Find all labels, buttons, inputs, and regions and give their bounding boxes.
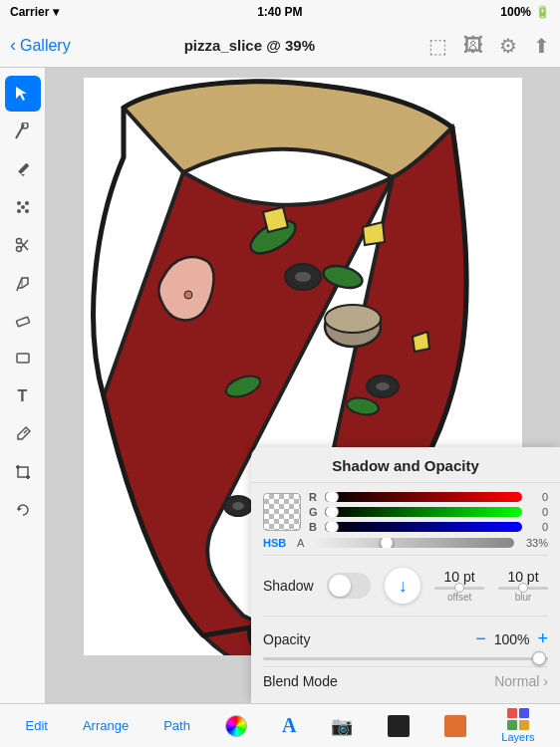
shadow-offset-label: offset bbox=[447, 592, 471, 603]
shadow-blur-label: blur bbox=[515, 592, 532, 603]
tool-text[interactable]: T bbox=[5, 378, 41, 414]
tool-transform[interactable] bbox=[5, 189, 41, 225]
b-thumb[interactable] bbox=[325, 522, 339, 532]
shadow-offset-group: 10 pt offset bbox=[434, 569, 484, 603]
tool-crop[interactable] bbox=[5, 454, 41, 490]
shadow-opacity-panel: Shadow and Opacity R 0 bbox=[251, 447, 560, 703]
shadow-blur-thumb[interactable] bbox=[518, 583, 528, 593]
opacity-controls: − 100% + bbox=[475, 628, 548, 649]
b-value: 0 bbox=[528, 521, 548, 533]
path-label: Path bbox=[163, 718, 190, 733]
opacity-slider-thumb[interactable] bbox=[532, 651, 546, 665]
svg-point-38 bbox=[232, 502, 244, 510]
b-label: B bbox=[309, 521, 319, 533]
edit-button[interactable]: Edit bbox=[26, 718, 48, 733]
main-area: T bbox=[0, 68, 560, 703]
svg-marker-0 bbox=[16, 87, 27, 101]
a-value: 33% bbox=[520, 537, 548, 549]
camera-button[interactable]: 📷 bbox=[331, 715, 353, 737]
blend-mode-label: Blend Mode bbox=[263, 673, 338, 689]
a-slider[interactable] bbox=[313, 538, 514, 548]
shadow-direction[interactable]: ↓ bbox=[385, 568, 420, 604]
tool-arrow[interactable] bbox=[5, 76, 41, 112]
svg-point-30 bbox=[325, 305, 381, 333]
settings-icon[interactable]: ⚙ bbox=[499, 34, 517, 58]
g-thumb[interactable] bbox=[325, 507, 339, 517]
shadow-blur-group: 10 pt blur bbox=[498, 569, 548, 603]
g-label: G bbox=[309, 506, 319, 518]
text-style-icon: A bbox=[282, 714, 296, 737]
color-preview[interactable] bbox=[263, 493, 301, 531]
r-thumb[interactable] bbox=[325, 492, 339, 502]
text-style-button[interactable]: A bbox=[282, 714, 296, 737]
opacity-slider[interactable] bbox=[263, 657, 548, 660]
opacity-value: 100% bbox=[494, 631, 530, 647]
edit-label: Edit bbox=[26, 718, 48, 733]
layers-grid-icon bbox=[507, 708, 529, 730]
svg-point-9 bbox=[21, 205, 25, 209]
path-button[interactable]: Path bbox=[163, 718, 190, 733]
wifi-icon: ▾ bbox=[53, 5, 59, 19]
shadow-row: Shadow ↓ 10 pt offset 10 pt bbox=[263, 562, 548, 610]
svg-marker-42 bbox=[263, 207, 288, 232]
tool-pen[interactable] bbox=[5, 265, 41, 301]
arrange-button[interactable]: Arrange bbox=[83, 718, 129, 733]
shadow-offset-slider[interactable] bbox=[434, 587, 484, 590]
opacity-slider-row bbox=[263, 655, 548, 666]
svg-point-36 bbox=[376, 382, 390, 390]
opacity-minus-button[interactable]: − bbox=[475, 628, 486, 649]
bottom-toolbar: Edit Arrange Path A 📷 Layers bbox=[0, 703, 560, 747]
tool-magic-wand[interactable] bbox=[5, 114, 41, 149]
tool-rect[interactable] bbox=[5, 341, 41, 376]
share-icon[interactable]: ⬆ bbox=[533, 34, 550, 58]
color-section: R 0 G 0 bbox=[263, 491, 548, 533]
g-slider[interactable] bbox=[325, 507, 522, 517]
color-picker-button[interactable] bbox=[225, 715, 247, 737]
frame-icon[interactable]: ⬚ bbox=[428, 34, 447, 58]
divider-1 bbox=[263, 555, 548, 556]
tool-rotate[interactable] bbox=[5, 492, 41, 528]
image-icon[interactable]: 🖼 bbox=[463, 34, 483, 57]
slider-row-g: G 0 bbox=[309, 506, 548, 518]
svg-line-15 bbox=[17, 288, 18, 291]
svg-point-5 bbox=[17, 201, 21, 205]
r-slider[interactable] bbox=[325, 492, 522, 502]
battery-label: 100% bbox=[500, 5, 531, 19]
a-thumb[interactable] bbox=[380, 538, 394, 548]
fill-black-button[interactable] bbox=[388, 715, 410, 737]
panel-body: R 0 G 0 bbox=[251, 483, 560, 703]
tool-pencil[interactable] bbox=[5, 151, 41, 187]
svg-point-34 bbox=[295, 272, 311, 282]
color-wheel-icon bbox=[225, 715, 247, 737]
fill-orange-button[interactable] bbox=[444, 715, 466, 737]
layers-button[interactable]: Layers bbox=[501, 708, 534, 743]
tool-eraser[interactable] bbox=[5, 303, 41, 339]
shadow-blur-slider[interactable] bbox=[498, 587, 548, 590]
left-toolbar: T bbox=[0, 68, 46, 703]
svg-point-6 bbox=[25, 201, 29, 205]
shadow-toggle[interactable] bbox=[327, 573, 371, 599]
tool-eyedropper[interactable] bbox=[5, 416, 41, 452]
shadow-label: Shadow bbox=[263, 578, 314, 594]
svg-point-7 bbox=[17, 209, 21, 213]
fill-orange-icon bbox=[444, 715, 466, 737]
blend-mode-chevron-icon: › bbox=[543, 673, 548, 689]
a-label: A bbox=[297, 537, 307, 549]
time-label: 1:40 PM bbox=[257, 5, 302, 19]
blend-mode-text: Normal bbox=[494, 673, 539, 689]
opacity-plus-button[interactable]: + bbox=[537, 628, 548, 649]
back-button[interactable]: ‹ Gallery bbox=[10, 35, 71, 56]
b-slider[interactable] bbox=[325, 522, 522, 532]
slider-row-r: R 0 bbox=[309, 491, 548, 503]
canvas-area[interactable]: Shadow and Opacity R 0 bbox=[46, 68, 560, 703]
tool-scissors[interactable] bbox=[5, 227, 41, 263]
back-chevron-icon: ‹ bbox=[10, 35, 16, 56]
g-value: 0 bbox=[528, 506, 548, 518]
svg-rect-17 bbox=[17, 354, 29, 363]
svg-point-8 bbox=[25, 209, 29, 213]
opacity-label: Opacity bbox=[263, 631, 310, 647]
blend-mode-value[interactable]: Normal › bbox=[494, 673, 548, 689]
back-label: Gallery bbox=[20, 37, 71, 55]
svg-point-46 bbox=[184, 291, 192, 299]
svg-marker-43 bbox=[363, 222, 385, 245]
